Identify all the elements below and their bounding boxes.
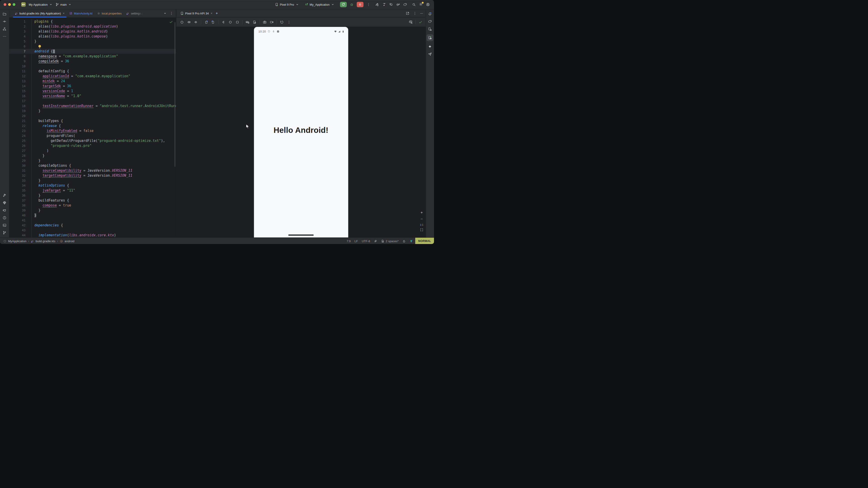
line-number[interactable]: 42	[9, 223, 32, 228]
more-tools-icon[interactable]	[2, 34, 6, 38]
attach-debugger-icon[interactable]	[396, 2, 400, 6]
gesture-navigation-handle[interactable]	[288, 234, 314, 236]
line-number[interactable]: 8	[9, 54, 32, 59]
code-line[interactable]: 20	[9, 113, 176, 119]
profile-icon[interactable]	[426, 2, 430, 6]
code-line[interactable]: 16 versionName = "1.0"	[9, 94, 176, 98]
ai-disabled-icon[interactable]	[374, 239, 377, 243]
line-number[interactable]: 39	[9, 208, 32, 213]
inspections-ok-icon[interactable]	[169, 20, 173, 24]
add-device-tab-icon[interactable]: +	[216, 11, 218, 15]
code-line[interactable]: 7android {	[9, 49, 176, 54]
project-widget[interactable]: MA My Application	[21, 2, 53, 7]
code-line[interactable]: 43	[9, 228, 176, 233]
line-number[interactable]: 14	[9, 84, 32, 89]
unlock-icon[interactable]	[402, 239, 406, 243]
volume-down-icon[interactable]	[194, 20, 198, 24]
editor-options-menu[interactable]: ⋮	[169, 11, 174, 15]
caret-position-widget[interactable]: 7:9	[346, 239, 350, 243]
android-overview-icon[interactable]	[235, 20, 239, 24]
diamond-tool-icon[interactable]	[2, 201, 6, 205]
code-editor[interactable]: 1plugins {2 alias(libs.plugins.android.a…	[9, 18, 176, 237]
screen-record-icon[interactable]	[270, 20, 274, 24]
rotate-right-icon[interactable]	[211, 20, 215, 24]
line-number[interactable]: 5	[9, 39, 32, 44]
project-tool-icon[interactable]	[2, 12, 6, 16]
close-tab-icon[interactable]: ×	[63, 11, 65, 15]
line-number[interactable]: 35	[9, 188, 32, 193]
apply-changes-icon[interactable]: A	[382, 2, 386, 6]
line-number[interactable]: 11	[9, 69, 32, 74]
device-more-menu[interactable]: ⋮	[287, 20, 291, 24]
line-number[interactable]: 7	[9, 49, 32, 54]
code-line[interactable]: 3 alias(libs.plugins.kotlin.android)	[9, 29, 176, 34]
debug-button[interactable]	[350, 2, 354, 6]
breadcrumb-module[interactable]: MyApplication	[8, 239, 26, 243]
close-device-tab-icon[interactable]: ×	[211, 11, 213, 15]
line-number[interactable]: 27	[9, 148, 32, 153]
line-number[interactable]: 44	[9, 233, 32, 237]
lightbulb-icon[interactable]	[38, 45, 41, 47]
volume-up-icon[interactable]	[187, 20, 191, 24]
breadcrumb-node[interactable]: android	[65, 239, 74, 243]
code-line[interactable]: 32 targetCompatibility = JavaVersion.VER…	[9, 173, 176, 178]
zoom-in-button[interactable]: +	[421, 210, 423, 215]
line-number[interactable]: 36	[9, 193, 32, 198]
device-tab[interactable]: Pixel 9 Pro API 34	[180, 11, 209, 15]
code-line[interactable]: 19 }	[9, 108, 176, 113]
zoom-window-button[interactable]	[13, 3, 16, 6]
logcat-tool-icon[interactable]	[2, 208, 6, 213]
line-number[interactable]: 3	[9, 29, 32, 34]
build-tool-icon[interactable]	[2, 193, 6, 197]
indent-widget[interactable]: 2 spaces*	[381, 239, 399, 243]
gradle-tool-icon[interactable]	[428, 20, 432, 24]
code-line[interactable]: 22 release {	[9, 123, 176, 128]
line-number[interactable]: 4	[9, 34, 32, 39]
device-screen[interactable]: 10:20 A Hello Android!	[254, 27, 348, 237]
code-line[interactable]: 35 jvmTarget = "11"	[9, 188, 176, 193]
device-settings-icon[interactable]	[252, 20, 256, 24]
commit-tool-icon[interactable]	[2, 20, 6, 24]
tab-settings-gradle[interactable]: settings.g	[124, 9, 146, 18]
gemini-icon[interactable]	[428, 44, 432, 48]
zoom-actual-size-button[interactable]: 1:1	[420, 223, 423, 226]
line-number[interactable]: 19	[9, 108, 32, 113]
vim-mode-badge[interactable]: NORMAL	[415, 238, 434, 244]
terminal-tool-icon[interactable]	[2, 223, 6, 227]
run-configuration-selector[interactable]: My_Application	[305, 2, 335, 6]
device-manager-icon[interactable]	[428, 27, 432, 31]
hidden-tabs-icon[interactable]	[163, 11, 167, 15]
line-number[interactable]: 23	[9, 128, 32, 133]
code-line[interactable]: 29 }	[9, 158, 176, 163]
open-in-window-icon[interactable]	[405, 11, 410, 15]
panel-options-menu[interactable]: ⋮	[413, 11, 417, 15]
line-number[interactable]: 22	[9, 123, 32, 128]
android-home-icon[interactable]	[228, 20, 232, 24]
tab-mainactivity[interactable]: MainActivity.kt	[67, 9, 95, 18]
code-line[interactable]: 36 }	[9, 193, 176, 198]
breadcrumb-file[interactable]: build.gradle.kts	[36, 239, 55, 243]
power-button-icon[interactable]	[180, 20, 184, 24]
code-line[interactable]: 15 versionCode = 1	[9, 89, 176, 94]
line-number[interactable]: 30	[9, 163, 32, 168]
line-number[interactable]: 34	[9, 183, 32, 188]
code-line[interactable]: 5}	[9, 39, 176, 44]
line-number[interactable]: 26	[9, 143, 32, 148]
code-line[interactable]: 1plugins {	[9, 19, 176, 24]
code-line[interactable]: 38 compose = true	[9, 203, 176, 208]
code-line[interactable]: 30 compileOptions {	[9, 163, 176, 168]
code-line[interactable]: 42dependencies {	[9, 223, 176, 228]
gradle-sync-icon[interactable]	[403, 2, 407, 6]
line-number[interactable]: 2	[9, 24, 32, 29]
problems-tool-icon[interactable]	[2, 216, 6, 220]
code-line[interactable]: 21 buildTypes {	[9, 119, 176, 123]
code-line[interactable]: 4 alias(libs.plugins.kotlin.compose)	[9, 34, 176, 39]
minimize-window-button[interactable]	[8, 3, 11, 6]
code-line[interactable]: 41	[9, 218, 176, 223]
code-line[interactable]: 17	[9, 98, 176, 103]
code-line[interactable]: 10	[9, 64, 176, 69]
line-number[interactable]: 33	[9, 178, 32, 183]
code-line[interactable]: 6	[9, 44, 176, 49]
app-quality-insights-icon[interactable]	[428, 52, 432, 56]
zoom-out-button[interactable]: −	[421, 217, 423, 221]
